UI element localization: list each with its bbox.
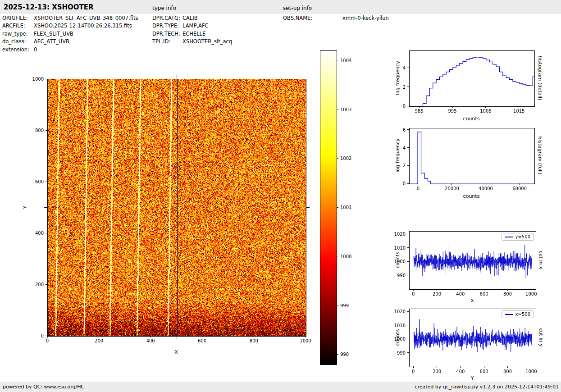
tick-label: 800	[503, 369, 512, 374]
tick-label: 4	[385, 145, 406, 150]
tick-mark	[306, 336, 306, 337]
tick-mark	[452, 106, 453, 108]
tick-mark	[484, 289, 484, 291]
main-x-axis-label: X	[174, 349, 178, 355]
tick-label: 2	[385, 84, 406, 89]
tick-mark	[413, 366, 414, 368]
tick-mark	[407, 339, 409, 339]
tick-label: 1004	[340, 58, 351, 63]
tick-mark	[337, 305, 338, 305]
meta-value: XSHOOTER_SLT_AFC_UVB_348_0007.fits	[34, 15, 138, 21]
tick-label: 1020	[385, 309, 406, 314]
meta-row-dprtech: DPR.TECH:ECHELLE	[152, 31, 232, 38]
cut-in-y-right-label: cut in y	[538, 328, 544, 347]
tick-mark	[407, 68, 409, 68]
tick-label: 1000	[385, 259, 406, 264]
tick-mark	[507, 366, 508, 368]
tick-mark	[99, 336, 99, 337]
meta-value: XSHOO.2025-12-14T00:26:26.315.fits	[34, 23, 132, 29]
tick-mark	[419, 106, 420, 108]
tick-mark	[531, 366, 531, 368]
tick-label: 0	[417, 186, 420, 191]
meta-row-obsname: OBS.NAME:xmm-0-keck-yilun	[283, 15, 389, 23]
meta-row-extension: extension:0	[2, 46, 138, 54]
tick-label: 400	[456, 369, 465, 374]
tick-label: 6	[385, 127, 406, 132]
tick-mark	[418, 183, 418, 185]
tick-mark	[202, 336, 202, 337]
meta-label: DPR.CATG:	[152, 15, 182, 21]
tick-label: 998	[340, 352, 349, 357]
tick-label: 990	[385, 350, 406, 355]
tick-mark	[520, 183, 520, 185]
tick-mark	[407, 183, 409, 184]
tick-label: 0	[412, 292, 415, 296]
tick-mark	[407, 247, 409, 248]
tick-label: 1000	[385, 337, 406, 342]
tick-mark	[407, 325, 409, 325]
tick-mark	[407, 147, 409, 148]
tick-mark	[46, 182, 47, 182]
tick-label: 1000	[340, 254, 351, 259]
meta-value: ECHELLE	[182, 31, 205, 37]
tick-mark	[46, 130, 47, 131]
main-y-axis-label: Y	[22, 206, 28, 209]
meta-value: CALIB	[182, 15, 198, 21]
footer-left-text: powered by QC: www.eso.org/HC	[3, 384, 84, 390]
tick-label: 400	[23, 231, 44, 236]
cut-in-x-legend: y=500	[502, 233, 534, 241]
tick-label: 995	[448, 109, 456, 114]
tick-label: 2	[385, 163, 406, 168]
tick-mark	[460, 289, 461, 291]
tick-mark	[407, 234, 409, 234]
tick-mark	[486, 183, 486, 185]
tick-mark	[484, 366, 484, 368]
tick-label: 4	[385, 65, 406, 70]
setup-info-heading: set-up info	[283, 5, 312, 11]
tick-mark	[407, 165, 409, 166]
histogram-detail-right-label: histogram (detail)	[537, 56, 543, 100]
tick-mark	[413, 289, 414, 291]
metadata-column-file: ORIGFILE:XSHOOTER_SLT_AFC_UVB_348_0007.f…	[2, 15, 138, 54]
tick-mark	[407, 275, 409, 275]
tick-label: 990	[385, 273, 406, 278]
cut-in-x-right-label: cut in x	[538, 251, 544, 269]
tick-mark	[46, 233, 47, 233]
tick-mark	[46, 79, 47, 79]
cut-in-y-x-label: Y	[471, 375, 474, 381]
meta-label: extension:	[2, 46, 34, 53]
tick-label: 200	[95, 338, 103, 343]
colorbar	[320, 50, 337, 365]
histogram-full-x-label: counts	[463, 193, 480, 199]
tick-label: 600	[480, 292, 488, 296]
tick-label: 200	[433, 369, 441, 374]
histogram-full-canvas	[410, 128, 534, 184]
tick-mark	[337, 109, 338, 109]
tick-mark	[47, 336, 48, 337]
legend-line-icon	[505, 237, 513, 237]
tick-label: 0	[23, 333, 44, 338]
tick-label: 1000	[525, 292, 537, 296]
tick-label: 20000	[445, 186, 459, 191]
footer-right-text: created by qc_rawdisp.py v1.2.3 on 2025-…	[415, 384, 559, 390]
tick-label: 200	[433, 292, 441, 296]
tick-mark	[507, 289, 508, 291]
meta-value: AFC_ATT_UVB	[34, 38, 69, 45]
tick-mark	[337, 354, 338, 355]
tick-mark	[337, 158, 338, 159]
tick-label: 1000	[525, 369, 537, 374]
histogram-full-plot	[409, 128, 535, 184]
legend-line-icon	[505, 314, 513, 315]
meta-label: raw_type:	[2, 31, 34, 37]
cut-in-x-x-label: X	[470, 298, 474, 304]
tick-mark	[46, 284, 47, 285]
tick-label: 1010	[385, 323, 406, 328]
metadata-column-type: DPR.CATG:CALIB DPR.TYPE:LAMP,AFC DPR.TEC…	[152, 15, 232, 46]
tick-label: 800	[250, 338, 258, 343]
meta-label: DPR.TECH:	[152, 31, 182, 37]
meta-row-dprtype: DPR.TYPE:LAMP,AFC	[152, 23, 232, 30]
tick-label: 1003	[340, 107, 351, 112]
tick-label: 40000	[479, 186, 493, 191]
tick-mark	[460, 366, 461, 368]
meta-row-rawtype: raw_type:FLEX_SLIT_UVB	[2, 31, 138, 38]
